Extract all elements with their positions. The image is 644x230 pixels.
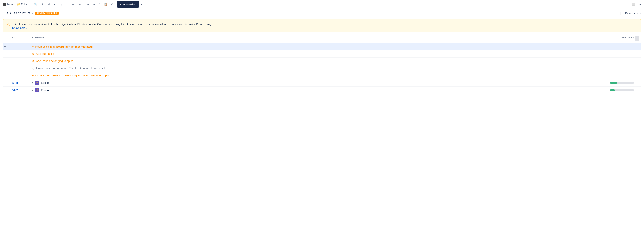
cut-icon: ✂ <box>93 3 95 6</box>
search-button[interactable]: 🔍 <box>33 1 39 7</box>
chevron-down-icon: ▾ <box>54 3 55 6</box>
add-column-button[interactable]: + <box>634 36 640 41</box>
paste-icon: 📋 <box>104 3 107 6</box>
epic-b-summary: Epic B <box>41 81 49 84</box>
issue-button[interactable]: ⬛ Issue <box>2 1 15 7</box>
arrow-up-icon: ↑ <box>61 2 62 6</box>
arrow-tr-icon: ↗ <box>47 2 50 6</box>
edit-button[interactable]: ✏ <box>86 1 91 7</box>
warning-banner: ⚠ This structure was not reviewed after … <box>3 19 641 32</box>
move-left-button[interactable]: ← <box>70 1 76 7</box>
add-button[interactable]: + <box>139 1 144 7</box>
row-indicator: ⠿ <box>4 45 12 48</box>
col-progress: Progress <box>598 36 634 41</box>
insert-highlight: Board [id = 40] (not migrated) <box>56 45 93 48</box>
col-summary: Summary <box>32 36 598 41</box>
col-key: Key <box>12 36 32 41</box>
row-progress <box>598 82 634 84</box>
expand-arrow-icon[interactable]: ▶ <box>32 82 34 84</box>
issue-label: Issue <box>7 3 14 6</box>
table-row: ⁛ Unsupported Automation. Effector: Attr… <box>3 65 641 72</box>
toolbar: ⬛ Issue 📁 Folder 🔍 ↖ ↗ ▾ ↑ ↓ ← → ✏ ✂ ⧉ 📋 <box>0 0 644 9</box>
epic-a-summary: Epic A <box>41 89 49 92</box>
show-more-link[interactable]: Show more... <box>12 26 28 29</box>
warning-icon: ⚠ <box>6 22 10 27</box>
sep1 <box>31 2 32 7</box>
basic-view-label: Basic view <box>625 12 638 15</box>
chevron-button[interactable]: ▾ <box>52 1 56 7</box>
table-row: + Insert issues: project = "SAFe Project… <box>3 72 641 79</box>
insert-plus-icon: + <box>32 45 34 48</box>
epic-b-progress-fill <box>610 82 617 84</box>
menu-icon: ☰ <box>3 11 6 15</box>
add-subtasks-row: ⚙ Add sub-tasks <box>32 52 598 55</box>
automation-star-icon: ✦ <box>120 3 122 6</box>
copy-button[interactable]: ⧉ <box>97 1 102 7</box>
view-dropdown-arrow-icon[interactable]: ▾ <box>640 12 641 15</box>
insert-query-row: + Insert issues: project = "SAFe Project… <box>32 74 598 77</box>
sp8-key-link[interactable]: SP-8 <box>12 81 18 84</box>
row-key: SP-8 <box>12 81 32 84</box>
arrow-tl-icon: ↖ <box>41 2 44 6</box>
sp7-key-link[interactable]: SP-7 <box>12 89 18 92</box>
window-button[interactable]: ⬜ <box>630 1 636 7</box>
epic-a-progress-bar <box>610 89 634 91</box>
row-key: SP-7 <box>12 89 32 92</box>
add-subtasks-text: Add sub-tasks <box>36 52 54 55</box>
plus-icon: + <box>141 3 142 6</box>
arrow-down-icon: ↓ <box>66 2 68 6</box>
insert-text: Insert epics from "Board [id = 40] (not … <box>35 45 94 48</box>
unsupported-icon: ⁛ <box>32 66 35 70</box>
link-icon: ⚙ <box>32 52 34 55</box>
view-columns-icon: ||| <box>620 11 624 15</box>
table-row: SP-8 ▶ ⚡ Epic B <box>3 79 641 87</box>
page-title: ☰ SAFe Structure ▾ <box>3 11 33 15</box>
header-row: ☰ SAFe Structure ▾ REVIEW REQUIRED ||| B… <box>0 9 644 17</box>
epic-a-progress-fill <box>610 89 615 91</box>
automation-label: Automation <box>123 3 136 6</box>
copy-icon: ⧉ <box>99 3 100 6</box>
warning-content: This structure was not reviewed after th… <box>12 22 212 29</box>
insert-query-text: Insert issues: project = "SAFe Project" … <box>35 74 109 77</box>
epic-a-row: ▶ ⚡ Epic A <box>32 88 598 92</box>
move-down-button[interactable]: ↓ <box>64 1 69 7</box>
sep3 <box>84 2 84 7</box>
review-required-badge: REVIEW REQUIRED <box>35 12 59 15</box>
table-row: SP-7 ▶ ⚡ Epic A <box>3 87 641 94</box>
table-row: ⚙ Add sub-tasks <box>3 50 641 58</box>
ellipsis-icon: ··· <box>638 3 641 6</box>
move-up-button[interactable]: ↑ <box>59 1 64 7</box>
warning-text: This structure was not reviewed after th… <box>12 22 212 26</box>
folder-button[interactable]: 📁 Folder <box>16 1 30 7</box>
table-row: ⚙ Add issues belonging to epics <box>3 58 641 65</box>
insert-query-highlight: project = "SAFe Project" AND issuetype =… <box>51 74 109 77</box>
issue-icon: ⬛ <box>3 3 6 6</box>
arrow-tr-button[interactable]: ↗ <box>46 1 52 7</box>
sep2 <box>58 2 58 7</box>
add-issues-text: Add issues belonging to epics <box>36 59 73 63</box>
row-dot <box>4 46 6 47</box>
add-column-cell: + <box>634 36 640 41</box>
arrow-right-icon: → <box>78 2 81 6</box>
table-header: Key Summary Progress + <box>3 35 641 43</box>
insert-query-plus-icon: + <box>32 74 34 77</box>
more-button[interactable]: ··· <box>637 1 642 7</box>
row-progress <box>598 89 634 91</box>
drag-handle[interactable]: ⠿ <box>6 45 8 48</box>
epic-a-icon: ⚡ <box>35 88 39 92</box>
header-left: ☰ SAFe Structure ▾ REVIEW REQUIRED <box>3 11 59 15</box>
epic-b-icon: ⚡ <box>35 81 39 85</box>
folder-label: Folder <box>21 3 28 6</box>
delete-button[interactable]: ✕ <box>109 1 115 7</box>
cut-button[interactable]: ✂ <box>91 1 97 7</box>
paste-button[interactable]: 📋 <box>102 1 109 7</box>
table: Key Summary Progress + ⠿ + Insert epics … <box>0 35 644 94</box>
add-issues-row: ⚙ Add issues belonging to epics <box>32 59 598 63</box>
automation-button[interactable]: ✦ Automation <box>117 1 139 7</box>
folder-icon: 📁 <box>17 3 20 6</box>
window-icon: ⬜ <box>632 3 635 6</box>
dropdown-arrow-icon[interactable]: ▾ <box>32 12 33 15</box>
move-right-button[interactable]: → <box>76 1 83 7</box>
arrow-tl-button[interactable]: ↖ <box>40 1 45 7</box>
expand-arrow-icon[interactable]: ▶ <box>32 89 34 91</box>
